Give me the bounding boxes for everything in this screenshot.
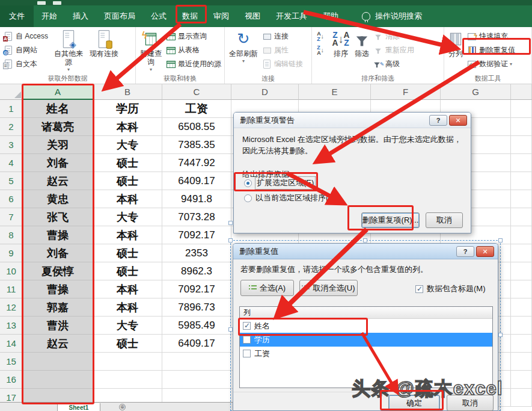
row-header-9[interactable]: 9 bbox=[0, 244, 23, 262]
ribbon-button-现有连接[interactable]: 现有连接 bbox=[87, 28, 121, 58]
row-header-4[interactable]: 4 bbox=[0, 154, 23, 172]
ribbon-tab-2[interactable]: 插入 bbox=[65, 5, 96, 27]
quick-access-icon[interactable] bbox=[37, 1, 46, 5]
row-header-6[interactable]: 6 bbox=[0, 190, 23, 208]
quick-access-icon[interactable] bbox=[53, 1, 61, 5]
ribbon-button-显示查询[interactable]: 显示查询 bbox=[164, 29, 223, 43]
ribbon-button-sort-az-icon[interactable]: AZ↓ bbox=[314, 29, 329, 43]
ribbon-tab-1[interactable]: 开始 bbox=[34, 5, 65, 27]
cell-B2[interactable]: 本科 bbox=[93, 118, 162, 136]
ribbon-tab-4[interactable]: 公式 bbox=[143, 5, 174, 27]
cell-B6[interactable]: 本科 bbox=[93, 190, 162, 208]
row-header-12[interactable]: 12 bbox=[0, 298, 23, 317]
row-header-8[interactable]: 8 bbox=[0, 226, 23, 244]
cell-B10[interactable]: 硕士 bbox=[93, 262, 162, 280]
radio-current-selection[interactable]: 以当前选定区域排序(C) bbox=[244, 193, 337, 203]
selection-handle[interactable] bbox=[498, 238, 503, 243]
ribbon-button-高级[interactable]: ✎高级 bbox=[371, 57, 416, 71]
cell-H2[interactable] bbox=[511, 118, 532, 136]
cell-C3[interactable]: 7385.35 bbox=[162, 136, 231, 154]
selection-handle[interactable] bbox=[228, 327, 233, 332]
cell-B9[interactable]: 硕士 bbox=[93, 244, 162, 262]
ribbon-button-连接[interactable]: 连接 bbox=[260, 29, 305, 43]
ribbon-tab-3[interactable]: 页面布局 bbox=[96, 5, 143, 27]
cell-H15[interactable] bbox=[511, 353, 532, 371]
cell-C2[interactable]: 6508.55 bbox=[162, 118, 231, 136]
ribbon-tab-9[interactable]: 帮助 bbox=[315, 5, 346, 27]
cell-H4[interactable] bbox=[511, 154, 532, 172]
cell-H14[interactable] bbox=[511, 335, 532, 353]
select-all-corner[interactable] bbox=[0, 84, 23, 100]
cell-B4[interactable]: 硕士 bbox=[93, 154, 162, 172]
close-icon[interactable]: ✕ bbox=[476, 246, 494, 257]
cell-H11[interactable] bbox=[511, 280, 532, 298]
cell-H3[interactable] bbox=[511, 136, 532, 154]
row-header-15[interactable]: 15 bbox=[0, 353, 23, 371]
row-header-14[interactable]: 14 bbox=[0, 335, 23, 353]
unselect-all-button[interactable]: 取消全选(U) bbox=[299, 280, 358, 296]
row-header-10[interactable]: 10 bbox=[0, 262, 23, 280]
cancel-button[interactable]: 取消 bbox=[426, 212, 463, 228]
cell-C7[interactable]: 7073.28 bbox=[162, 208, 231, 226]
cell-H1[interactable] bbox=[511, 100, 532, 118]
cell-C8[interactable]: 7092.17 bbox=[162, 226, 231, 244]
new-sheet-button[interactable]: ⊕ bbox=[119, 404, 126, 410]
cell-B14[interactable]: 硕士 bbox=[93, 335, 162, 353]
ribbon-tab-8[interactable]: 开发工具 bbox=[268, 5, 315, 27]
tell-me-search[interactable]: 操作说明搜索 bbox=[375, 11, 422, 22]
help-icon[interactable]: ? bbox=[429, 115, 447, 126]
ribbon-tab-7[interactable]: 视图 bbox=[237, 5, 268, 27]
ribbon-button-筛选[interactable]: 筛选 bbox=[352, 28, 371, 58]
cell-C6[interactable]: 9491.8 bbox=[162, 190, 231, 208]
ribbon-button-sort-za-icon[interactable]: ZA↓ bbox=[314, 43, 329, 57]
cell-H7[interactable] bbox=[511, 208, 532, 226]
checkbox[interactable] bbox=[243, 336, 251, 344]
cell-C14[interactable]: 6409.17 bbox=[162, 335, 231, 353]
row-header-7[interactable]: 7 bbox=[0, 208, 23, 226]
help-icon[interactable]: ? bbox=[456, 246, 474, 257]
select-all-button[interactable]: 全选(A) bbox=[240, 280, 294, 296]
column-header-E[interactable]: E bbox=[299, 84, 371, 100]
cell-C11[interactable]: 7092.17 bbox=[162, 280, 231, 298]
column-header-G[interactable]: G bbox=[441, 84, 511, 100]
close-icon[interactable]: ✕ bbox=[449, 115, 467, 126]
ribbon-tab-0[interactable]: 文件 bbox=[0, 5, 34, 27]
cell-B13[interactable]: 大专 bbox=[93, 317, 162, 335]
cell-H13[interactable] bbox=[511, 317, 532, 335]
cell-B7[interactable]: 大专 bbox=[93, 208, 162, 226]
cell-B12[interactable]: 本科 bbox=[93, 298, 162, 317]
selection-handle[interactable] bbox=[363, 238, 367, 243]
cell-B8[interactable]: 本科 bbox=[93, 226, 162, 244]
ribbon-button-自网站[interactable]: ◍自网站 bbox=[2, 43, 50, 57]
cell-C1[interactable]: 工资 bbox=[162, 100, 231, 118]
row-header-13[interactable]: 13 bbox=[0, 317, 23, 335]
cell-H6[interactable] bbox=[511, 190, 532, 208]
cell-B16[interactable] bbox=[93, 371, 162, 389]
cell-C12[interactable]: 7896.73 bbox=[162, 298, 231, 317]
ribbon-button-新建查询[interactable]: ϟ新建查询▾ bbox=[138, 28, 164, 72]
checkbox[interactable] bbox=[243, 350, 251, 357]
cell-C15[interactable] bbox=[162, 353, 231, 371]
cell-B5[interactable]: 硕士 bbox=[93, 172, 162, 190]
row-header-3[interactable]: 3 bbox=[0, 136, 23, 154]
ribbon-button-自其他来源[interactable]: ◈自其他来源▾ bbox=[50, 28, 87, 72]
cell-C9[interactable]: 2353 bbox=[162, 244, 231, 262]
ribbon-button-全部刷新[interactable]: ↻全部刷新▾ bbox=[227, 28, 260, 64]
cell-H8[interactable] bbox=[511, 226, 532, 244]
column-header-D[interactable]: D bbox=[231, 84, 299, 100]
row-header-2[interactable]: 2 bbox=[0, 118, 23, 136]
cell-C16[interactable] bbox=[162, 371, 231, 389]
cell-C5[interactable]: 6409.17 bbox=[162, 172, 231, 190]
column-header-partial[interactable] bbox=[511, 84, 532, 100]
ribbon-button-最近使用的源[interactable]: 最近使用的源 bbox=[164, 57, 223, 71]
cell-H5[interactable] bbox=[511, 172, 532, 190]
cell-B11[interactable]: 本科 bbox=[93, 280, 162, 298]
cell-B15[interactable] bbox=[93, 353, 162, 371]
ribbon-button-从表格[interactable]: 从表格 bbox=[164, 43, 223, 57]
cell-H16[interactable] bbox=[511, 371, 532, 389]
row-header-5[interactable]: 5 bbox=[0, 172, 23, 190]
selection-handle[interactable] bbox=[228, 221, 233, 225]
ribbon-button-自文本[interactable]: ≡自文本 bbox=[2, 57, 50, 71]
column-header-C[interactable]: C bbox=[162, 84, 231, 100]
row-header-16[interactable]: 16 bbox=[0, 371, 23, 389]
